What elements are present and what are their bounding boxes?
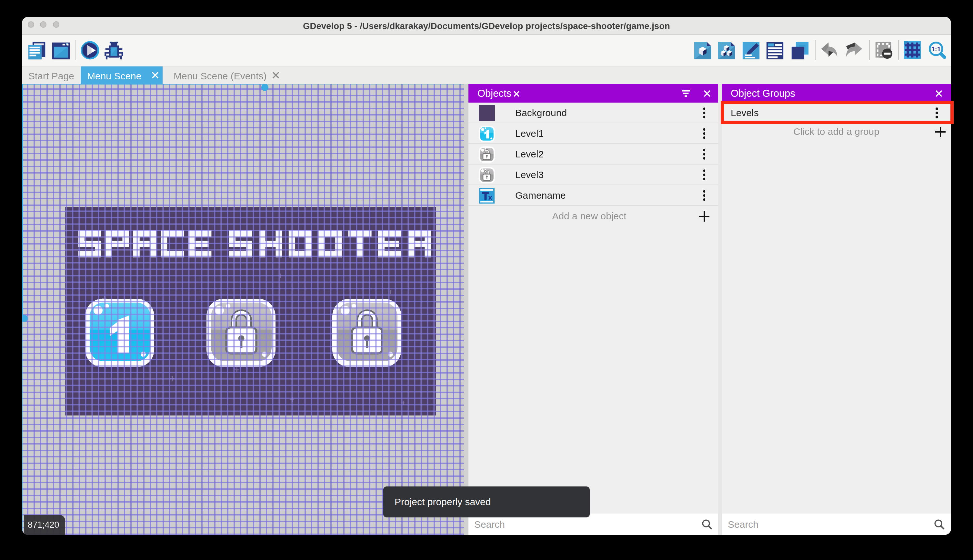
svg-text:1:1: 1:1 [931, 45, 941, 52]
